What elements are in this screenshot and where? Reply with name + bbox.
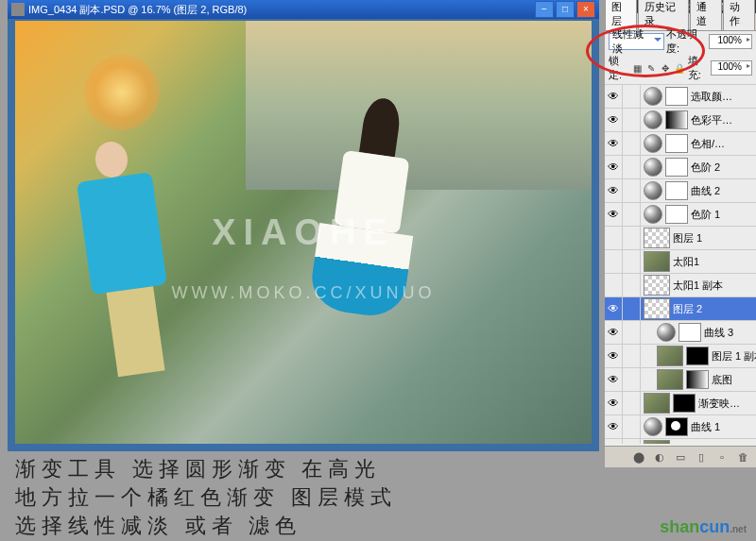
visibility-toggle[interactable] xyxy=(605,227,623,249)
layer-name[interactable]: 色阶 1 xyxy=(691,208,756,222)
opacity-input[interactable]: 100% xyxy=(709,34,752,49)
close-button[interactable]: × xyxy=(576,1,595,18)
link-cell[interactable] xyxy=(623,274,641,296)
titlebar[interactable]: IMG_0434 副本.PSD @ 16.7% (图层 2, RGB/8) − … xyxy=(8,0,599,19)
lock-all-icon[interactable]: 🔒 xyxy=(674,61,685,75)
layer-name[interactable]: 太阳1 副本 xyxy=(673,279,756,293)
layer-name[interactable]: 色彩平… xyxy=(691,113,756,127)
layer-mask[interactable] xyxy=(665,205,688,224)
link-cell[interactable] xyxy=(623,345,641,367)
lock-transparency-icon[interactable]: ▦ xyxy=(631,61,643,75)
layer-name[interactable]: 底图 xyxy=(712,373,756,387)
layer-mask[interactable] xyxy=(665,87,688,106)
layer-mask[interactable] xyxy=(665,417,688,436)
layer-thumbnail[interactable] xyxy=(644,393,670,414)
layer-row[interactable]: 👁选取颜… xyxy=(605,85,756,109)
layer-name[interactable]: 色阶 2 xyxy=(691,161,756,175)
visibility-toggle[interactable] xyxy=(605,274,623,296)
layer-row[interactable]: 👁曲线 1 xyxy=(605,415,756,439)
layer-name[interactable]: 曲线 1 xyxy=(691,420,756,434)
layer-row[interactable]: 👁色阶 1 xyxy=(605,203,756,227)
link-cell[interactable] xyxy=(623,227,641,249)
link-cell[interactable] xyxy=(623,203,641,226)
layer-mask[interactable] xyxy=(686,347,709,365)
visibility-toggle[interactable]: 👁 xyxy=(605,415,623,438)
blend-mode-dropdown[interactable]: 线性减淡 xyxy=(609,33,664,50)
layer-row[interactable]: 太阳1 副本 xyxy=(605,274,756,297)
tab-layers[interactable]: 图层 xyxy=(605,0,637,30)
layer-row[interactable]: 👁渐变映… xyxy=(605,392,756,415)
layer-thumbnail[interactable] xyxy=(644,158,662,177)
layer-mask[interactable] xyxy=(665,134,688,153)
visibility-toggle[interactable]: 👁 xyxy=(605,392,623,414)
layer-thumbnail[interactable] xyxy=(644,134,662,153)
layer-mask[interactable] xyxy=(686,370,709,389)
layer-thumbnail[interactable] xyxy=(644,181,662,200)
link-cell[interactable] xyxy=(623,132,641,155)
layer-mask[interactable] xyxy=(673,394,696,413)
visibility-toggle[interactable]: 👁 xyxy=(605,203,623,226)
layer-row[interactable]: 👁底图 xyxy=(605,368,756,392)
layer-name[interactable]: 选取颜… xyxy=(691,90,756,104)
minimize-button[interactable]: − xyxy=(535,1,554,18)
lock-pixels-icon[interactable]: ✎ xyxy=(645,61,657,75)
link-cell[interactable] xyxy=(623,179,641,202)
fx-icon[interactable]: ◐ xyxy=(652,449,667,465)
layer-name[interactable]: 背景 xyxy=(673,444,756,445)
layer-row[interactable]: 👁色阶 2 xyxy=(605,156,756,179)
visibility-toggle[interactable]: 👁 xyxy=(605,321,623,344)
visibility-toggle[interactable]: 👁 xyxy=(605,297,623,320)
mask-icon[interactable]: ▭ xyxy=(673,449,688,465)
layer-mask[interactable] xyxy=(665,158,688,177)
layer-row[interactable]: 太阳1 xyxy=(605,250,756,274)
visibility-toggle[interactable]: 👁 xyxy=(605,109,623,131)
layer-thumbnail[interactable] xyxy=(644,87,662,106)
layer-name[interactable]: 太阳1 xyxy=(673,255,756,269)
link-cell[interactable] xyxy=(623,321,641,344)
layer-name[interactable]: 渐变映… xyxy=(698,397,756,411)
visibility-toggle[interactable] xyxy=(605,250,623,273)
folder-icon[interactable]: ▯ xyxy=(694,449,709,465)
layer-thumbnail[interactable] xyxy=(644,251,670,272)
visibility-toggle[interactable]: 👁 xyxy=(605,439,623,444)
maximize-button[interactable]: □ xyxy=(556,1,575,18)
fill-input[interactable]: 100% xyxy=(711,60,752,76)
layer-name[interactable]: 色相/… xyxy=(691,137,756,151)
new-layer-icon[interactable]: ▫ xyxy=(714,449,730,465)
layer-thumbnail[interactable] xyxy=(644,298,670,319)
trash-icon[interactable]: 🗑 xyxy=(735,449,750,465)
visibility-toggle[interactable]: 👁 xyxy=(605,132,623,155)
layer-row[interactable]: 👁曲线 3 xyxy=(605,321,756,345)
link-cell[interactable] xyxy=(623,415,641,438)
layer-row[interactable]: 👁背景 xyxy=(605,439,756,444)
link-cell[interactable] xyxy=(623,85,641,108)
layer-thumbnail[interactable] xyxy=(644,440,670,444)
layer-row[interactable]: 图层 1 xyxy=(605,227,756,250)
layer-name[interactable]: 曲线 3 xyxy=(704,326,756,340)
layer-thumbnail[interactable] xyxy=(657,346,683,366)
tab-channels[interactable]: 通道 xyxy=(690,0,722,30)
layer-thumbnail[interactable] xyxy=(657,323,676,342)
layer-thumbnail[interactable] xyxy=(644,417,662,436)
link-cell[interactable] xyxy=(623,439,641,444)
link-cell[interactable] xyxy=(623,156,641,178)
link-icon[interactable]: ⬤ xyxy=(631,449,646,465)
layer-row[interactable]: 👁图层 2 xyxy=(605,297,756,321)
layer-name[interactable]: 图层 2 xyxy=(673,302,756,316)
layer-thumbnail[interactable] xyxy=(644,275,670,296)
link-cell[interactable] xyxy=(623,109,641,131)
layer-row[interactable]: 👁色彩平… xyxy=(605,109,756,132)
tab-history[interactable]: 历史记录 xyxy=(638,0,689,30)
tab-actions[interactable]: 动作 xyxy=(723,0,755,30)
layer-row[interactable]: 👁色相/… xyxy=(605,132,756,156)
link-cell[interactable] xyxy=(623,250,641,273)
layer-name[interactable]: 曲线 2 xyxy=(691,184,756,198)
lock-position-icon[interactable]: ✥ xyxy=(660,61,671,75)
visibility-toggle[interactable]: 👁 xyxy=(605,345,623,367)
visibility-toggle[interactable]: 👁 xyxy=(605,368,623,391)
layer-mask[interactable] xyxy=(665,110,688,129)
layer-thumbnail[interactable] xyxy=(644,110,662,129)
link-cell[interactable] xyxy=(623,368,641,391)
canvas[interactable]: XIAOHE WWW.MOKO.CC/XUNUO xyxy=(15,21,592,444)
layer-mask[interactable] xyxy=(679,323,701,342)
